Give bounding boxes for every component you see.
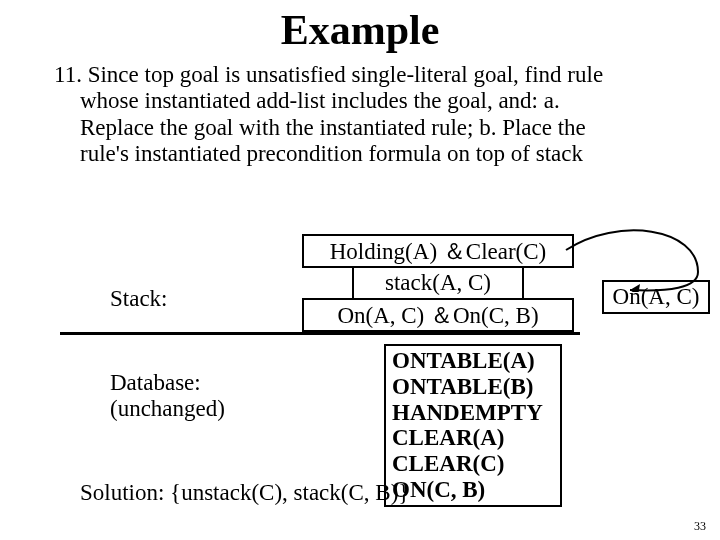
divider-line	[60, 332, 580, 335]
db-item: ONTABLE(B)	[392, 374, 554, 400]
body-paragraph: 11. Since top goal is unsatisfied single…	[54, 62, 624, 168]
stack-row-mid: stack(A, C)	[352, 266, 524, 300]
stack-row-top: Holding(A) ＆Clear(C)	[302, 234, 574, 268]
database-label-line2: (unchanged)	[110, 396, 225, 421]
body-text: 11. Since top goal is unsatisfied single…	[54, 62, 624, 168]
stack-row-bottom: On(A, C) ＆On(C, B)	[302, 298, 574, 332]
slide-title: Example	[0, 6, 720, 54]
database-box: ONTABLE(A) ONTABLE(B) HANDEMPTY CLEAR(A)…	[384, 344, 562, 507]
slide: Example 11. Since top goal is unsatisfie…	[0, 0, 720, 540]
db-item: ONTABLE(A)	[392, 348, 554, 374]
side-goal-box: On(A, C)	[602, 280, 710, 314]
db-item: CLEAR(C)	[392, 451, 554, 477]
stack-label: Stack:	[110, 286, 168, 312]
database-label-line1: Database:	[110, 370, 201, 395]
db-item: ON(C, B)	[392, 477, 554, 503]
page-number: 33	[694, 519, 706, 534]
db-item: CLEAR(A)	[392, 425, 554, 451]
solution-text: Solution: {unstack(C), stack(C, B)}	[80, 480, 409, 506]
db-item: HANDEMPTY	[392, 400, 554, 426]
database-label: Database: (unchanged)	[110, 370, 225, 423]
